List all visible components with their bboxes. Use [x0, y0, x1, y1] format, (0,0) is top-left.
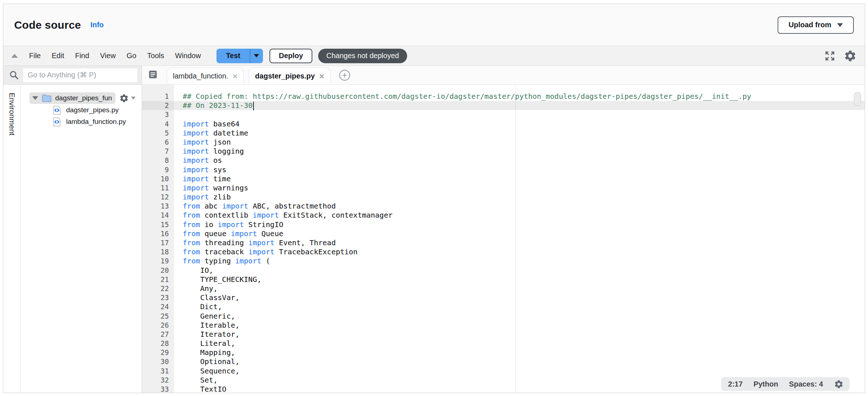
language-mode[interactable]: Python	[754, 380, 778, 388]
code-line-text: import base64	[174, 120, 865, 129]
gutter-line-number[interactable]: 7	[142, 147, 174, 156]
gutter-line-number[interactable]: 21	[142, 275, 174, 284]
code-line-text: Generic,	[174, 312, 865, 321]
menu-view[interactable]: View	[95, 52, 121, 60]
code-line-text: ## On 2023-11-30	[174, 101, 865, 110]
tree-file-dagster-pipes[interactable]: dagster_pipes.py	[21, 104, 142, 116]
gutter-line-number[interactable]: 31	[142, 367, 174, 376]
gutter-line-number[interactable]: 25	[142, 312, 174, 321]
gutter-line-number[interactable]: 27	[142, 330, 174, 339]
code-line: 7import logging	[142, 147, 865, 156]
gutter-line-number[interactable]: 24	[142, 302, 174, 311]
code-line-text: Iterator,	[174, 330, 865, 339]
gutter-line-number[interactable]: 9	[142, 165, 174, 174]
gutter-line-number[interactable]: 32	[142, 376, 174, 385]
code-line: 21 TYPE_CHECKING,	[142, 275, 865, 284]
gutter-line-number[interactable]: 13	[142, 202, 174, 211]
gutter-line-number[interactable]: 33	[142, 385, 174, 393]
gutter-line-number[interactable]: 16	[142, 229, 174, 238]
gutter-line-number[interactable]: 17	[142, 238, 174, 247]
code-line: 11import warnings	[142, 183, 865, 193]
code-line-text: from queue import Queue	[174, 229, 865, 238]
folder-dagster-pipes-function[interactable]: dagster_pipes_funct	[29, 92, 115, 104]
test-split-button[interactable]: Test	[216, 49, 263, 63]
vertical-scrollbar-thumb[interactable]	[854, 92, 861, 106]
info-link[interactable]: Info	[90, 21, 104, 29]
gutter-line-number[interactable]: 20	[142, 266, 174, 275]
code-line-text: Sequence,	[174, 367, 865, 376]
code-line: 2## On 2023-11-30	[142, 101, 865, 110]
code-line-text: IO,	[174, 266, 865, 275]
code-line-text: from contextlib import ExitStack, contex…	[174, 211, 865, 220]
statusbar-gear-icon[interactable]	[834, 379, 844, 389]
gutter-line-number[interactable]: 8	[142, 156, 174, 165]
menu-tools[interactable]: Tools	[142, 52, 170, 60]
new-tab-button[interactable]: +	[339, 70, 350, 81]
tab-list-icon[interactable]	[148, 69, 158, 81]
gutter-line-number[interactable]: 30	[142, 357, 174, 366]
tab-dagster-pipes[interactable]: dagster_pipes.py ×	[249, 68, 330, 84]
code-line-text: import zlib	[174, 193, 865, 202]
close-tab-icon[interactable]: ×	[319, 72, 324, 81]
gutter-line-number[interactable]: 12	[142, 193, 174, 202]
upload-from-button[interactable]: Upload from	[778, 16, 854, 34]
gutter-line-number[interactable]: 4	[142, 120, 174, 129]
gutter-line-number[interactable]: 23	[142, 293, 174, 302]
environment-strip[interactable]: Environment	[3, 85, 21, 393]
gutter-line-number[interactable]: 3	[142, 110, 174, 119]
code-line-text: import os	[174, 156, 865, 165]
test-dropdown-button[interactable]	[250, 49, 263, 63]
tree-file-lambda-function[interactable]: lambda_function.py	[21, 116, 142, 128]
gutter-line-number[interactable]: 15	[142, 220, 174, 229]
gutter-line-number[interactable]: 14	[142, 211, 174, 220]
code-line: 4import base64	[142, 120, 865, 129]
expand-caret-icon[interactable]	[32, 96, 38, 100]
code-line: 26 Iterable,	[142, 321, 865, 330]
code-line-text: ## Copied from: https://raw.githubuserco…	[174, 92, 865, 101]
tree-settings-gear-icon[interactable]	[119, 93, 135, 103]
deploy-button[interactable]: Deploy	[269, 49, 313, 63]
menu-window[interactable]: Window	[170, 52, 206, 60]
tab-lambda-function[interactable]: lambda_function. ×	[167, 68, 244, 84]
cursor-position[interactable]: 2:17	[728, 380, 743, 388]
gutter-line-number[interactable]: 18	[142, 247, 174, 256]
code-line-text: from abc import ABC, abstractmethod	[174, 202, 865, 211]
lambda-code-editor-page: Code source Info Upload from FileEditFin…	[0, 0, 868, 396]
menu-go[interactable]: Go	[121, 52, 142, 60]
gutter-line-number[interactable]: 28	[142, 339, 174, 348]
code-editor[interactable]: 1## Copied from: https://raw.githubuserc…	[142, 85, 865, 393]
menu-items: FileEditFindViewGoToolsWindow	[24, 52, 206, 60]
search-and-tabs-row: lambda_function. × dagster_pipes.py × +	[3, 66, 865, 85]
menu-find[interactable]: Find	[70, 52, 95, 60]
menu-edit[interactable]: Edit	[46, 52, 69, 60]
code-line-text: Optional,	[174, 357, 865, 366]
folder-icon	[42, 94, 52, 102]
code-line-text: import logging	[174, 147, 865, 156]
gutter-line-number[interactable]: 6	[142, 138, 174, 147]
page-title: Code source	[14, 19, 81, 31]
gutter-line-number[interactable]: 22	[142, 284, 174, 293]
editor-settings-gear-icon[interactable]	[844, 49, 857, 62]
collapse-panel-icon[interactable]	[11, 54, 18, 58]
gutter-line-number[interactable]: 29	[142, 348, 174, 357]
gutter-line-number[interactable]: 5	[142, 129, 174, 138]
gutter-line-number[interactable]: 10	[142, 174, 174, 183]
gutter-line-number[interactable]: 11	[142, 183, 174, 193]
test-button[interactable]: Test	[216, 49, 250, 63]
search-row	[3, 66, 142, 85]
close-tab-icon[interactable]: ×	[232, 72, 238, 81]
code-line: 30 Optional,	[142, 357, 865, 366]
gutter-line-number[interactable]: 19	[142, 256, 174, 266]
gutter-line-number[interactable]: 2	[142, 101, 174, 110]
gutter-line-number[interactable]: 1	[142, 92, 174, 101]
gutter-line-number[interactable]: 26	[142, 321, 174, 330]
code-line: 1## Copied from: https://raw.githubuserc…	[142, 92, 865, 101]
code-line-text: import json	[174, 138, 865, 147]
code-line-text: ClassVar,	[174, 293, 865, 302]
menubar-right-icons	[824, 49, 857, 62]
code-line-text: from io import StringIO	[174, 220, 865, 229]
fullscreen-icon[interactable]	[824, 50, 836, 62]
menu-file[interactable]: File	[24, 52, 46, 60]
indentation-setting[interactable]: Spaces: 4	[789, 380, 823, 388]
go-to-anything-input[interactable]	[23, 68, 137, 82]
